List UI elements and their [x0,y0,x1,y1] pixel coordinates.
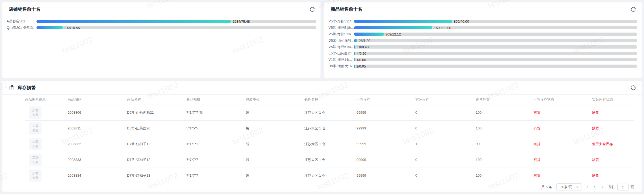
chart-bar [354,39,357,42]
chart-bar-track: 1/0.05 [354,65,637,68]
cell-sellable-stock: 99999 [356,120,415,136]
image-load-failed-placeholder: 加载失败 [29,138,42,150]
pagination-bar: 共 5 条 20条/页 1 前往 页 [2,183,642,192]
cell-product-image: 加载失败 [25,152,68,168]
chart-row: V5常-海虾518/... 1600/32.00 [329,25,638,31]
store-sales-chart: A潇容店501 2534/75.48 Q山泽201-分常温 213/10.55 [2,16,321,31]
cell-actual-stock: 0 [415,168,476,183]
next-page-button[interactable] [601,185,604,189]
top-charts-row: 店铺销售前十名 A潇容店501 2534/75.48 Q山泽201-分常温 [0,0,644,78]
cell-actual-stock: 1 [415,136,476,152]
cell-sellable-stock-status: 有货 [534,152,592,168]
chart-row: E5常-山药面24... 4/0.20 [329,50,638,57]
chart-row: V1常-海虾14/... 1/0.06 [329,57,638,63]
cell-product-code: 2003806 [68,105,127,120]
cell-restock-reference: 100 [476,105,534,120]
page-suffix-label: 页 [631,185,634,189]
column-header: 仓库名称 [304,95,356,105]
dashboard-page: test1002test1002test1002test1002test1002… [0,0,644,194]
chart-row: Q山泽201-分常温 213/10.55 [7,25,317,31]
cell-restock-reference: 100 [476,168,534,183]
column-header: 可售库存状态 [534,95,592,105]
prev-page-button[interactable] [586,185,589,189]
image-load-failed-placeholder: 加载失败 [29,154,42,166]
chart-row-label: V5常-海虾511/... [329,19,354,24]
cell-restock-reference: 99 [476,136,534,152]
column-header: 参考补货 [476,95,534,105]
chart-row: A潇容店501 2534/75.48 [7,18,317,25]
image-load-failed-placeholder: 加载失败 [29,122,42,134]
cell-product-name: D5常-山药面独21 [127,105,186,120]
column-header: 包装单位 [246,95,304,105]
inventory-table-wrap: 商品图片信息商品编码商品名称商品规格包装单位仓库名称可售库存实际库存参考补货可售… [2,95,642,183]
refresh-icon[interactable] [630,6,637,13]
chart-bar-track: 800/40.00 [354,20,637,23]
cell-product-name: D5常-山药面26 [127,120,186,136]
chart-bar-value: 28/1.20 [357,39,370,43]
inventory-warning-title-text: 库存预警 [18,85,36,91]
column-header: 商品编码 [68,95,127,105]
chart-bar-value: 1/0.05 [355,64,366,68]
page-size-select[interactable]: 20条/页 [556,183,581,191]
current-page-number[interactable]: 1 [594,185,596,189]
table-row: 加载失败 2003811 D5常-山药面26 5*1*5*5 袋 江苏大区 1 … [25,120,634,136]
cell-warehouse-name: 江苏大区 1 仓 [304,136,356,152]
cell-sellable-stock-status: 有货 [534,105,592,120]
chart-bar-value: 4/0.20 [355,52,366,56]
image-load-failed-placeholder: 加载失败 [29,169,42,182]
chart-bar-value: 2534/75.48 [231,19,250,23]
table-row: 加载失败 2003832 D7常-红柚子11 1*1*1*1 袋 江苏大区 1 … [25,136,634,152]
chart-row-label: V5常-海虾518/... [329,25,354,30]
column-header: 可售库存 [356,95,415,105]
column-header: 实际库存状态 [592,95,634,105]
chart-row: V5常-海虾519/... 10/0.40 [329,44,638,50]
refresh-icon[interactable] [309,6,316,13]
cell-sellable-stock-status: 有货 [534,136,592,152]
product-sales-title: 商品销售前十名 [331,6,362,12]
cell-product-image: 加载失败 [25,168,68,183]
chevron-down-icon [576,185,579,189]
cell-warehouse-name: 江苏大区 1 仓 [304,120,356,136]
chart-bar [36,20,231,23]
cell-actual-stock: 0 [415,152,476,168]
cell-product-image: 加载失败 [25,120,68,136]
cell-sellable-stock: 99999 [356,136,415,152]
cell-sellable-stock-status: 有货 [534,120,592,136]
column-header: 商品图片信息 [25,95,68,105]
chart-row-label: V1常-海虾14/... [329,57,354,62]
cell-product-code: 2003811 [68,120,127,136]
chart-row: V5常-海虾511/... 800/40.00 [329,18,638,25]
table-row: 加载失败 2003834 D7常-红柚子13 7*1*7*7 袋 江苏大区 1 … [25,168,634,183]
chart-row: D9常-海虾大16... 1/0.05 [329,63,638,69]
cell-product-code: 2003832 [68,136,127,152]
cell-product-name: D7常-红柚子12 [127,152,186,168]
cell-restock-reference: 100 [476,152,534,168]
pagination-total: 共 5 条 [541,185,552,189]
chart-bar-track: 213/10.55 [36,26,316,29]
page-size-value: 20条/页 [560,185,572,189]
goto-page-input[interactable] [617,184,629,191]
cell-warehouse-name: 江苏大区 1 仓 [304,152,356,168]
chart-bar-track: 4/0.20 [354,52,637,55]
cell-product-spec: 7*1*7*7 [186,168,246,183]
cell-actual-stock: 0 [415,105,476,120]
chart-row-label: E5常-山药面24... [329,51,354,56]
cell-actual-stock: 0 [415,120,476,136]
cell-package-unit: 袋 [246,105,304,120]
cell-product-image: 加载失败 [25,136,68,152]
chart-bar [354,20,452,23]
chart-bar-value: 1/0.06 [355,58,366,62]
cell-product-code: 2003833 [68,152,127,168]
cell-product-spec: 5*1*5*5 [186,120,246,136]
cell-sellable-stock: 99999 [356,152,415,168]
chart-row: V5常-海虾513/... 303/12.12 [329,31,638,37]
refresh-icon[interactable] [630,84,637,91]
inventory-warning-panel: 库存预警 商品图片信息商品编码商品名称商品规格包装单位仓库名称可售 [2,81,642,192]
pager: 1 [586,185,604,189]
product-sales-panel: 商品销售前十名 V5常-海虾511/... 800/40.00 V5常-海虾51… [324,2,642,78]
cell-package-unit: 袋 [246,152,304,168]
cell-product-spec: 7*1*7*7-独 [186,105,246,120]
inventory-warning-title: 库存预警 [9,85,36,91]
cell-product-name: D7常-红柚子11 [127,136,186,152]
cell-package-unit: 袋 [246,168,304,183]
